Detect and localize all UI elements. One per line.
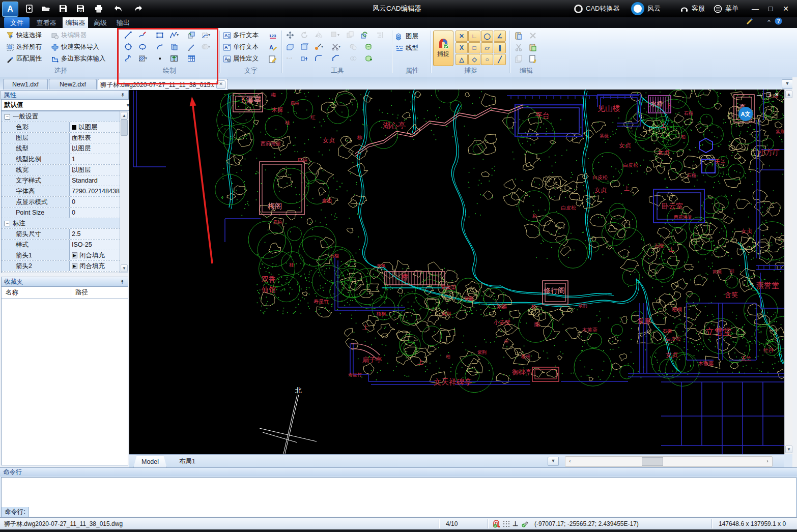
mdi-minimize-icon[interactable]: — — [757, 92, 762, 98]
new-file-button[interactable] — [22, 2, 37, 16]
text-number-button[interactable]: 123 — [267, 30, 279, 41]
dtext-button[interactable]: A 单行文本 — [223, 42, 259, 52]
format-painter-button[interactable] — [527, 53, 539, 64]
doc-tab-new2[interactable]: New2.dxf — [49, 79, 97, 90]
cad-converter-button[interactable]: CAD转换器 — [574, 0, 619, 17]
snap-mode-perpendicular-button[interactable]: ∟ — [468, 31, 480, 42]
snap-mode-polygon-button[interactable]: ▱ — [481, 42, 493, 53]
scroll-down-icon[interactable]: ▼ — [785, 446, 792, 453]
save-as-pdf-button[interactable]: PDF — [73, 2, 88, 16]
draw-arc-button[interactable] — [154, 41, 166, 52]
property-value[interactable]: ISO-25 — [69, 240, 128, 250]
mdi-close-icon[interactable]: ✕ — [775, 92, 779, 98]
draw-region-button[interactable]: ▾ — [200, 41, 212, 52]
tool-scale-dots-button[interactable] — [284, 53, 296, 64]
block-editor-button[interactable]: 块编辑器 — [51, 30, 87, 41]
draw-hatch-button[interactable]: ▾ — [136, 53, 149, 64]
scroll-up-icon[interactable]: ▲ — [121, 112, 128, 120]
tab-viewer[interactable]: 查看器 — [32, 17, 61, 28]
column-path[interactable]: 路径 — [71, 287, 128, 299]
command-expand-button[interactable]: ▼ — [548, 457, 559, 466]
property-value[interactable]: 0 — [69, 197, 128, 207]
property-grid-scrollbar[interactable]: ▲ ▼ — [120, 111, 128, 273]
property-value[interactable]: 0 — [69, 208, 128, 218]
delete-button[interactable] — [527, 30, 539, 41]
canvas-horizontal-scrollbar[interactable]: ‹ › — [565, 456, 773, 467]
tool-group-button[interactable] — [347, 41, 359, 52]
edit-text-button[interactable] — [267, 53, 279, 64]
properties-preset-dropdown[interactable]: 默认值 ▼ — [1, 99, 133, 111]
property-value[interactable]: ▶闭合填充 — [69, 261, 128, 271]
snap-toggle-button[interactable]: 捕捉 — [433, 31, 453, 66]
collapse-ribbon-button[interactable]: ⌃ — [764, 17, 774, 28]
close-button[interactable]: ✕ — [779, 2, 793, 16]
tool-stretch-button[interactable] — [298, 53, 310, 64]
snap-mode-square-button[interactable]: □ — [468, 42, 480, 53]
quick-entity-import-button[interactable]: 快速实体导入 — [51, 42, 99, 52]
draw-block-move-button[interactable] — [185, 29, 197, 40]
doc-tab-active[interactable]: 狮子林.dwg2020-07-27_11_11_38_015.dwg ✕ — [98, 79, 228, 90]
tool-copy2-button[interactable] — [344, 29, 356, 40]
select-all-button[interactable]: 选择所有 — [6, 42, 42, 52]
help-button[interactable]: ?▾ — [775, 17, 793, 28]
draw-rectangle-button[interactable] — [154, 29, 166, 40]
tool-rotate-button[interactable] — [298, 29, 310, 40]
property-value[interactable]: 2.5 — [69, 229, 128, 239]
snap-mode-midpoint-button[interactable]: X — [456, 42, 468, 53]
ortho-status-icon[interactable]: ⊥ — [513, 518, 518, 530]
redo-button[interactable] — [130, 2, 146, 16]
scrollbar-thumb[interactable] — [121, 120, 128, 136]
draw-table-button[interactable] — [185, 53, 197, 64]
match-properties-button[interactable]: 匹配属性 — [6, 53, 42, 64]
mdi-restore-icon[interactable]: ❐ — [766, 92, 771, 98]
draw-line-button[interactable] — [122, 29, 134, 40]
tool-mirror-button[interactable] — [312, 29, 325, 40]
menu-button[interactable]: 菜单 — [714, 0, 738, 17]
property-value[interactable]: 以图层 — [69, 143, 128, 154]
drawing-canvas[interactable]: 飞瀑亭梅扁柏木樨桂红西府海棠扁柏女贞柳湖心亭扁柏梅阁扁柏平台见山楼水桥上石榴杜鹃… — [129, 90, 784, 454]
tab-file[interactable]: 文件 — [4, 17, 30, 28]
linetype-button[interactable]: 线型 — [395, 43, 418, 53]
command-history[interactable] — [1, 477, 796, 508]
doc-tab-new1[interactable]: New1.dxf — [3, 79, 48, 90]
minimize-button[interactable]: — — [748, 2, 762, 16]
model-tab[interactable]: Model — [133, 456, 167, 468]
property-value[interactable]: 面积表 — [69, 133, 128, 143]
draw-ellipse-button[interactable] — [136, 41, 149, 52]
paste-button[interactable] — [513, 30, 525, 41]
tool-circles-button[interactable] — [347, 53, 359, 64]
snap-mode-endpoint-button[interactable]: ✕ — [456, 31, 468, 42]
draw-circle-button[interactable] — [122, 41, 134, 52]
scroll-up-icon[interactable]: ▲ — [785, 91, 792, 98]
tool-move-button[interactable] — [284, 29, 296, 40]
undo-button[interactable] — [111, 2, 126, 16]
collapse-icon[interactable]: – — [5, 114, 10, 120]
grid-status-icon[interactable] — [503, 520, 510, 527]
app-logo-icon[interactable]: A — [2, 2, 18, 17]
property-value[interactable]: 以图层 — [69, 122, 128, 132]
tool-rotate-db-button[interactable] — [362, 41, 375, 52]
favorites-list[interactable] — [1, 299, 128, 465]
draw-image-button[interactable] — [168, 53, 180, 64]
tool-copy-rotate-button[interactable] — [358, 29, 371, 40]
tool-wipeout2-button[interactable] — [298, 41, 310, 52]
maximize-button[interactable]: □ — [763, 2, 778, 16]
quick-select-button[interactable]: 快速选择 — [6, 30, 42, 41]
style-pen-button[interactable]: ▾ — [746, 17, 762, 28]
draw-copy-object-button[interactable] — [168, 41, 180, 52]
attribute-define-button[interactable]: A 属性定义 — [223, 53, 259, 64]
copy-button[interactable] — [513, 53, 525, 64]
open-file-button[interactable] — [39, 2, 53, 16]
tool-picker-button[interactable]: ▾ — [312, 41, 325, 52]
scrollbar-thumb[interactable] — [642, 457, 663, 466]
mtext-button[interactable]: A 多行文本 — [223, 30, 259, 41]
tool-wipeout-button[interactable] — [284, 41, 296, 52]
tab-output[interactable]: 输出 — [112, 17, 134, 28]
property-value[interactable]: ▶闭合填充 — [69, 250, 128, 260]
draw-boundary-button[interactable]: ▾ — [200, 29, 212, 40]
tab-overflow-button[interactable]: ▼ — [782, 79, 793, 88]
canvas-vertical-scrollbar[interactable]: ▲ ▼ — [784, 90, 793, 454]
collapse-icon[interactable]: – — [5, 221, 10, 226]
tool-trim-button[interactable]: ▾ — [330, 41, 342, 52]
property-value[interactable]: 1 — [69, 154, 128, 164]
